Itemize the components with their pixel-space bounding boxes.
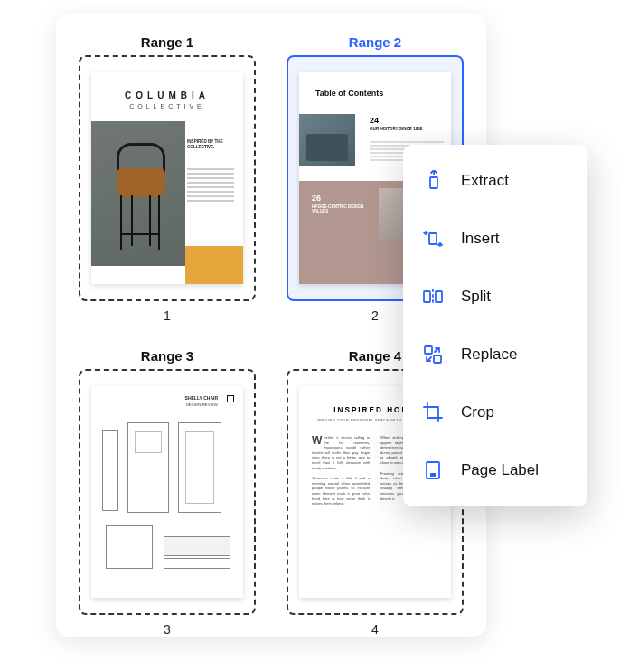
menu-label: Extract xyxy=(461,172,509,190)
accent-strip xyxy=(185,246,243,284)
menu-item-replace[interactable]: Replace xyxy=(403,326,587,383)
doc-sub: DESIGN REVIEW xyxy=(186,402,218,407)
menu-label: Insert xyxy=(461,230,500,248)
svg-rect-7 xyxy=(430,473,436,477)
split-icon xyxy=(421,285,445,308)
doc-brand: COLUMBIA xyxy=(91,90,243,100)
menu-label: Crop xyxy=(461,403,494,421)
range-label: Range 2 xyxy=(349,34,401,50)
extract-icon xyxy=(421,169,445,193)
range-label: Range 1 xyxy=(141,34,193,50)
doc-brand-sub: COLLECTIVE xyxy=(91,103,243,109)
page-preview-1: COLUMBIA COLLECTIVE INSPIRED BY THE COLL… xyxy=(91,72,243,284)
menu-item-extract[interactable]: Extract xyxy=(403,152,587,210)
insert-icon xyxy=(421,227,445,251)
range-cell-1: Range 1 COLUMBIA COLLECTIVE INSPIRED BY … xyxy=(76,34,258,323)
doc-mark-icon xyxy=(227,395,234,402)
page-preview-3: SHELLY CHAIR DESIGN REVIEW xyxy=(91,386,243,598)
svg-rect-0 xyxy=(430,177,437,188)
page-thumb-1[interactable]: COLUMBIA COLLECTIVE INSPIRED BY THE COLL… xyxy=(79,55,256,301)
technical-drawing xyxy=(102,422,232,558)
toc-item: OUR HISTORY SINCE 1968 xyxy=(370,127,422,131)
toc-item: HYGGE-CENTRIC DESIGN VALUES xyxy=(312,204,370,213)
menu-label: Split xyxy=(461,288,491,306)
svg-rect-5 xyxy=(434,355,441,363)
context-menu: Extract Insert Split Replace Crop Page L… xyxy=(403,145,587,506)
photo-sofa xyxy=(299,114,355,166)
page-thumb-3[interactable]: SHELLY CHAIR DESIGN REVIEW xyxy=(79,369,256,615)
svg-rect-1 xyxy=(429,233,437,244)
range-cell-3: Range 3 SHELLY CHAIR DESIGN REVIEW 3 xyxy=(76,348,258,637)
page-number: 4 xyxy=(371,622,379,637)
range-label: Range 4 xyxy=(349,348,401,364)
toc-title: Table of Contents xyxy=(315,89,383,98)
svg-rect-4 xyxy=(425,346,432,354)
crop-icon xyxy=(421,401,445,424)
menu-item-page-label[interactable]: Page Label xyxy=(403,441,587,499)
photo-chair xyxy=(91,121,185,266)
page-label-icon xyxy=(421,459,445,482)
page-number: 1 xyxy=(164,308,171,323)
menu-item-crop[interactable]: Crop xyxy=(403,383,587,441)
page-number: 2 xyxy=(371,308,379,323)
menu-label: Replace xyxy=(461,345,517,364)
doc-tagline: INSPIRED BY THE COLLECTIVE. xyxy=(187,139,234,150)
replace-icon xyxy=(421,343,445,366)
menu-item-insert[interactable]: Insert xyxy=(403,210,587,268)
page-number: 3 xyxy=(164,622,171,637)
svg-rect-3 xyxy=(436,291,442,302)
range-label: Range 3 xyxy=(141,348,193,364)
menu-item-split[interactable]: Split xyxy=(403,268,587,326)
toc-pagenum: 24 xyxy=(370,116,379,125)
menu-label: Page Label xyxy=(461,461,539,479)
doc-title: SHELLY CHAIR xyxy=(185,395,218,401)
svg-rect-2 xyxy=(424,291,430,302)
